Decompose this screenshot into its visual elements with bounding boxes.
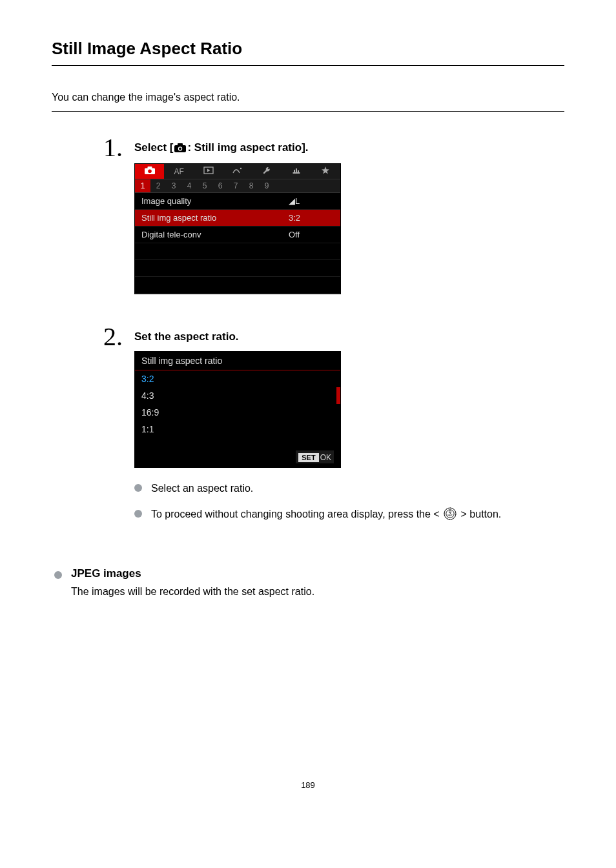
tab-mymenu[interactable] — [311, 163, 340, 179]
subtab-7[interactable]: 7 — [228, 179, 243, 192]
step-1-title: Select [: Still img aspect ratio]. — [134, 141, 564, 156]
page-title: Still Image Aspect Ratio — [52, 39, 564, 66]
tab-custom[interactable] — [282, 163, 311, 179]
step-2-bullets: Select an aspect ratio. To proceed witho… — [134, 481, 564, 525]
svg-text:Q: Q — [449, 510, 452, 514]
menu-top-tabs: AF — [135, 164, 340, 179]
step-1: 1. Select [: Still img aspect ratio]. AF… — [103, 137, 564, 294]
ratio-option-3-2[interactable]: 3:2 — [135, 370, 340, 387]
svg-rect-5 — [147, 167, 152, 169]
ratio-options: 3:2 4:3 16:9 1:1 — [135, 370, 340, 438]
tab-wireless[interactable] — [223, 164, 252, 179]
star-icon — [321, 166, 330, 175]
custom-icon — [292, 166, 301, 175]
signal-icon — [232, 167, 243, 174]
ok-label: OK — [320, 453, 331, 462]
subtab-4[interactable]: 4 — [181, 179, 197, 192]
svg-rect-10 — [294, 170, 295, 172]
svg-rect-1 — [178, 143, 183, 146]
step-2-number: 2. — [103, 324, 123, 532]
svg-rect-11 — [296, 168, 297, 172]
menu-row-empty — [135, 277, 340, 294]
step-2-title: Set the aspect ratio. — [134, 330, 564, 343]
menu-items: Image quality ◢L Still img aspect ratio … — [135, 193, 340, 294]
qset-button-icon: QSET — [444, 507, 457, 525]
playback-icon — [203, 167, 214, 174]
tab-setup[interactable] — [252, 163, 282, 179]
ratio-option-1-1[interactable]: 1:1 — [135, 421, 340, 438]
ratio-footer: SETOK — [135, 438, 340, 467]
subtab-2[interactable]: 2 — [150, 179, 166, 192]
jpeg-body: The images will be recorded with the set… — [71, 584, 564, 600]
subtab-3[interactable]: 3 — [166, 179, 181, 192]
ratio-option-16-9[interactable]: 16:9 — [135, 404, 340, 421]
camera-icon — [145, 167, 155, 174]
menu-row-digital-teleconv[interactable]: Digital tele-conv Off — [135, 227, 340, 243]
wrench-icon — [262, 166, 271, 175]
menu-row-empty — [135, 243, 340, 260]
menu-row-image-quality[interactable]: Image quality ◢L — [135, 193, 340, 210]
svg-text:SET: SET — [447, 514, 453, 517]
bullet-dot-icon — [134, 484, 142, 492]
subtab-8[interactable]: 8 — [243, 179, 259, 192]
step-2: 2. Set the aspect ratio. Still img aspec… — [103, 327, 564, 535]
svg-rect-9 — [293, 172, 300, 174]
bullet-proceed: To proceed without changing shooting are… — [134, 507, 564, 525]
svg-rect-12 — [298, 170, 299, 172]
svg-point-8 — [240, 168, 241, 169]
set-label: SET — [298, 453, 318, 462]
ratio-screen-header: Still img aspect ratio — [135, 352, 340, 370]
subtab-6[interactable]: 6 — [212, 179, 228, 192]
set-ok-button[interactable]: SETOK — [296, 450, 334, 463]
intro-text: You can change the image's aspect ratio. — [52, 92, 564, 112]
jpeg-heading: JPEG images — [71, 567, 564, 580]
ratio-option-4-3[interactable]: 4:3 — [135, 387, 340, 404]
tab-playback[interactable] — [194, 164, 223, 179]
subtab-5[interactable]: 5 — [197, 179, 212, 192]
camera-icon — [174, 143, 186, 156]
bullet-dot-icon — [54, 571, 62, 579]
menu-row-empty — [135, 260, 340, 277]
jpeg-section: JPEG images The images will be recorded … — [54, 567, 564, 600]
step-1-number: 1. — [103, 135, 123, 292]
subtab-1[interactable]: 1 — [135, 179, 150, 192]
svg-point-3 — [179, 148, 181, 150]
subtab-9[interactable]: 9 — [259, 179, 274, 192]
menu-subtabs: 1 2 3 4 5 6 7 8 9 — [135, 179, 340, 193]
bullet-dot-icon — [134, 510, 142, 518]
aspect-ratio-screen: Still img aspect ratio 3:2 4:3 16:9 1:1 … — [134, 351, 341, 468]
tab-shoot[interactable] — [135, 164, 164, 179]
page-number: 189 — [52, 780, 564, 790]
svg-point-6 — [148, 169, 152, 173]
camera-menu-screen: AF 1 2 3 4 5 6 7 8 9 Image quality — [134, 163, 341, 294]
bullet-select-ratio: Select an aspect ratio. — [134, 481, 564, 496]
tab-af[interactable]: AF — [164, 165, 193, 179]
menu-row-aspect-ratio[interactable]: Still img aspect ratio 3:2 — [135, 210, 340, 227]
